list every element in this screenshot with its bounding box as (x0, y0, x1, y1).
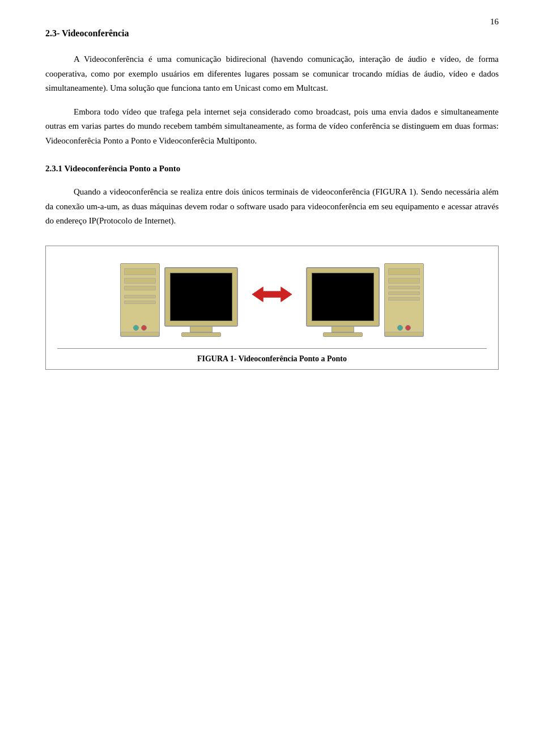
right-monitor-stand (332, 327, 354, 332)
right-screen (312, 273, 374, 321)
arrow-container (252, 283, 292, 317)
right-computer (306, 263, 424, 337)
figure-caption: FIGURA 1- Videoconferência Ponto a Ponto (57, 348, 487, 369)
paragraph-2: Embora todo vídeo que trafega pela inter… (45, 105, 499, 149)
tower-drive-1 (124, 278, 156, 284)
power-btn-red (141, 325, 147, 331)
figure-content (57, 263, 487, 348)
left-computer (120, 263, 238, 337)
right-tower (384, 263, 424, 337)
double-arrow-icon (252, 283, 292, 306)
right-monitor (306, 267, 380, 327)
tower-buttons-left (133, 325, 147, 331)
tower-drive-2 (124, 286, 156, 290)
left-monitor-wrap (164, 267, 238, 337)
page: 16 2.3- Videoconferência A Videoconferên… (0, 0, 544, 756)
power-btn-green-r (397, 325, 403, 331)
right-tower-top (388, 268, 420, 275)
right-monitor-wrap (306, 267, 380, 337)
tower-buttons-right (397, 325, 411, 331)
left-monitor (164, 267, 238, 327)
left-screen (170, 273, 232, 321)
left-monitor-stand (190, 327, 212, 332)
svg-marker-0 (252, 286, 292, 301)
power-btn-red-r (405, 325, 411, 331)
left-monitor-base (181, 332, 221, 337)
section-title: 2.3- Videoconferência (45, 28, 499, 39)
tower-base-right (385, 332, 423, 336)
page-number: 16 (490, 17, 499, 27)
right-drive-1 (388, 278, 420, 284)
tower-top-bar (124, 268, 156, 275)
paragraph-1: A Videoconferência é uma comunicação bid… (45, 52, 499, 96)
power-btn-green (133, 325, 139, 331)
subsection-title: 2.3.1 Videoconferência Ponto a Ponto (45, 164, 499, 174)
right-monitor-base (323, 332, 363, 337)
tower-base-left (121, 332, 159, 336)
left-tower (120, 263, 160, 337)
paragraph-3: Quando a videoconferência se realiza ent… (45, 185, 499, 229)
figure-box: FIGURA 1- Videoconferência Ponto a Ponto (45, 246, 499, 370)
